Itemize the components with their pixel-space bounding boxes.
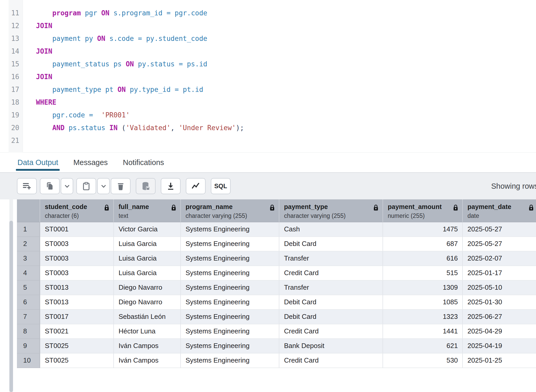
cell-program_name[interactable]: Systems Engineering xyxy=(181,222,279,237)
row-number-cell[interactable]: 6 xyxy=(17,295,40,310)
lock-icon xyxy=(269,204,275,212)
row-number-cell[interactable]: 3 xyxy=(17,251,40,266)
row-number-cell[interactable]: 5 xyxy=(17,281,40,295)
cell-program_name[interactable]: Systems Engineering xyxy=(181,353,279,368)
code-line: payment py ON s.code = py.student_code xyxy=(36,32,244,45)
cell-full_name[interactable]: Iván Campos xyxy=(114,339,181,353)
cell-program_name[interactable]: Systems Engineering xyxy=(181,237,279,251)
cell-payment_date[interactable]: 2025-05-27 xyxy=(463,237,536,251)
cell-payment_amount[interactable]: 1323 xyxy=(383,310,463,324)
cell-student_code[interactable]: ST0025 xyxy=(40,353,114,368)
cell-student_code[interactable]: ST0017 xyxy=(40,310,114,324)
cell-payment_amount[interactable]: 1441 xyxy=(383,324,463,339)
cell-payment_amount[interactable]: 1085 xyxy=(383,295,463,310)
save-data-button[interactable] xyxy=(136,178,156,194)
chart-button[interactable] xyxy=(186,178,206,194)
cell-payment_date[interactable]: 2025-05-10 xyxy=(463,281,536,295)
cell-payment_type[interactable]: Transfer xyxy=(279,281,383,295)
column-header-payment_type[interactable]: payment_typecharacter varying (255) xyxy=(279,199,383,222)
select-all-corner[interactable] xyxy=(17,199,40,222)
row-number-cell[interactable]: 7 xyxy=(17,310,40,324)
row-number-cell[interactable]: 2 xyxy=(17,237,40,251)
cell-payment_amount[interactable]: 616 xyxy=(383,251,463,266)
column-header-payment_amount[interactable]: payment_amountnumeric (255) xyxy=(383,199,463,222)
cell-payment_date[interactable]: 2025-04-29 xyxy=(463,324,536,339)
cell-full_name[interactable]: Héctor Luna xyxy=(114,324,181,339)
cell-program_name[interactable]: Systems Engineering xyxy=(181,266,279,281)
cell-full_name[interactable]: Luisa Garcia xyxy=(114,251,181,266)
cell-program_name[interactable]: Systems Engineering xyxy=(181,281,279,295)
line-number: 20 xyxy=(9,122,23,134)
cell-student_code[interactable]: ST0003 xyxy=(40,266,114,281)
cell-payment_date[interactable]: 2025-04-19 xyxy=(463,339,536,353)
cell-payment_date[interactable]: 2025-06-27 xyxy=(463,310,536,324)
sql-button[interactable]: SQL xyxy=(211,178,231,194)
row-number-cell[interactable]: 4 xyxy=(17,266,40,281)
column-header-student_code[interactable]: student_codecharacter (6) xyxy=(40,199,114,222)
cell-payment_amount[interactable]: 1475 xyxy=(383,222,463,237)
cell-full_name[interactable]: Diego Navarro xyxy=(114,281,181,295)
tab-messages[interactable]: Messages xyxy=(72,153,109,172)
cell-program_name[interactable]: Systems Engineering xyxy=(181,310,279,324)
cell-student_code[interactable]: ST0013 xyxy=(40,295,114,310)
download-button[interactable] xyxy=(161,178,181,194)
cell-payment_amount[interactable]: 1309 xyxy=(383,281,463,295)
column-type: numeric (255) xyxy=(388,212,462,219)
cell-payment_type[interactable]: Debit Card xyxy=(279,310,383,324)
row-number-cell[interactable]: 1 xyxy=(17,222,40,237)
cell-program_name[interactable]: Systems Engineering xyxy=(181,324,279,339)
vertical-scrollbar-thumb[interactable] xyxy=(9,221,13,392)
cell-full_name[interactable]: Luisa Garcia xyxy=(114,266,181,281)
tab-notifications[interactable]: Notifications xyxy=(121,153,166,172)
cell-payment_type[interactable]: Credit Card xyxy=(279,266,383,281)
cell-full_name[interactable]: Luisa Garcia xyxy=(114,237,181,251)
cell-payment_type[interactable]: Credit Card xyxy=(279,324,383,339)
cell-payment_date[interactable]: 2025-01-30 xyxy=(463,295,536,310)
lock-icon xyxy=(528,204,534,212)
cell-student_code[interactable]: ST0003 xyxy=(40,251,114,266)
lock-icon xyxy=(171,204,177,212)
column-header-payment_date[interactable]: payment_datedate xyxy=(463,199,536,222)
cell-full_name[interactable]: Victor Garcia xyxy=(114,222,181,237)
cell-payment_type[interactable]: Bank Deposit xyxy=(279,339,383,353)
paste-button[interactable] xyxy=(76,178,96,194)
cell-payment_date[interactable]: 2025-01-17 xyxy=(463,266,536,281)
results-tab-bar: Data OutputMessagesNotifications xyxy=(0,153,536,173)
cell-payment_amount[interactable]: 530 xyxy=(383,353,463,368)
sql-editor[interactable]: 1112131415161718192021 program pgr ON s.… xyxy=(0,0,536,153)
cell-payment_date[interactable]: 2025-01-25 xyxy=(463,353,536,368)
cell-payment_amount[interactable]: 621 xyxy=(383,339,463,353)
cell-student_code[interactable]: ST0021 xyxy=(40,324,114,339)
column-header-program_name[interactable]: program_namecharacter varying (255) xyxy=(181,199,279,222)
cell-payment_date[interactable]: 2025-02-07 xyxy=(463,251,536,266)
cell-full_name[interactable]: Sebastián León xyxy=(114,310,181,324)
column-header-full_name[interactable]: full_nametext xyxy=(114,199,181,222)
row-number-cell[interactable]: 9 xyxy=(17,339,40,353)
cell-student_code[interactable]: ST0003 xyxy=(40,237,114,251)
tab-data-output[interactable]: Data Output xyxy=(16,153,60,172)
cell-program_name[interactable]: Systems Engineering xyxy=(181,251,279,266)
cell-payment_type[interactable]: Debit Card xyxy=(279,237,383,251)
cell-payment_type[interactable]: Cash xyxy=(279,222,383,237)
cell-payment_date[interactable]: 2025-05-27 xyxy=(463,222,536,237)
cell-payment_amount[interactable]: 687 xyxy=(383,237,463,251)
cell-student_code[interactable]: ST0013 xyxy=(40,281,114,295)
paste-options-button[interactable] xyxy=(97,178,110,194)
cell-payment_type[interactable]: Transfer xyxy=(279,251,383,266)
row-number-cell[interactable]: 8 xyxy=(17,324,40,339)
cell-student_code[interactable]: ST0025 xyxy=(40,339,114,353)
copy-button[interactable] xyxy=(40,178,60,194)
table-row: 7ST0017Sebastián LeónSystems Engineering… xyxy=(17,310,536,324)
cell-full_name[interactable]: Iván Campos xyxy=(114,353,181,368)
cell-payment_amount[interactable]: 515 xyxy=(383,266,463,281)
cell-payment_type[interactable]: Credit Card xyxy=(279,353,383,368)
cell-student_code[interactable]: ST0001 xyxy=(40,222,114,237)
copy-options-button[interactable] xyxy=(61,178,73,194)
cell-full_name[interactable]: Diego Navarro xyxy=(114,295,181,310)
delete-row-button[interactable] xyxy=(111,178,131,194)
row-number-cell[interactable]: 10 xyxy=(17,353,40,368)
cell-program_name[interactable]: Systems Engineering xyxy=(181,295,279,310)
add-row-button[interactable] xyxy=(17,178,37,194)
cell-program_name[interactable]: Systems Engineering xyxy=(181,339,279,353)
cell-payment_type[interactable]: Debit Card xyxy=(279,295,383,310)
